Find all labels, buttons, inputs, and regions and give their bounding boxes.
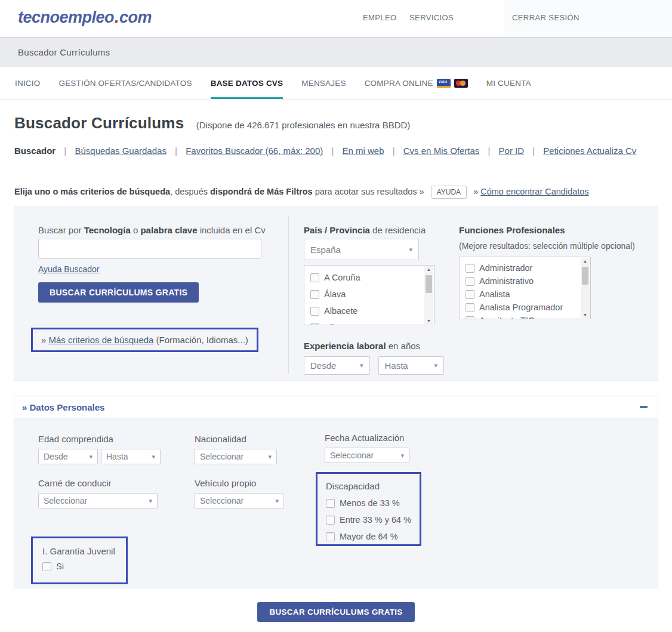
discapacidad-option[interactable]: Entre 33 % y 64 % <box>326 511 415 528</box>
checkbox-icon[interactable] <box>310 323 319 326</box>
edad-label: Edad comprendida <box>38 434 161 444</box>
chevron-right-icon: » <box>420 187 424 196</box>
breadcrumb-bar: Buscador Currículums <box>0 37 672 67</box>
chevron-down-icon <box>360 362 363 369</box>
keyword-input[interactable] <box>38 239 261 259</box>
function-option[interactable]: Administrativo <box>460 275 590 288</box>
visa-card-icon <box>437 79 451 88</box>
tab-mensajes[interactable]: MENSAJES <box>301 67 346 99</box>
scroll-thumb[interactable] <box>426 275 432 293</box>
checkbox-icon[interactable] <box>42 562 51 571</box>
function-option[interactable]: Arquitecto TIC <box>460 314 590 319</box>
ayuda-button[interactable]: AYUDA <box>431 186 467 199</box>
discapacidad-option[interactable]: Mayor de 64 % <box>326 528 415 545</box>
scrollbar[interactable] <box>424 266 433 324</box>
chevron-down-icon <box>149 497 152 505</box>
search-criteria-panel: Buscar por Tecnología o palabra clave in… <box>14 206 658 381</box>
subnav-por-id[interactable]: Por ID <box>499 146 525 156</box>
mas-criterios-link[interactable]: Más criterios de búsqueda <box>49 335 154 345</box>
discapacidad-option[interactable]: Menos de 33 % <box>326 495 415 511</box>
province-option[interactable]: Albacete <box>304 303 434 319</box>
site-logo[interactable]: tecnoempleo.com <box>18 8 152 27</box>
subnav-busquedas-guardadas[interactable]: Búsquedas Guardadas <box>75 146 166 156</box>
function-option[interactable]: Analista <box>460 288 590 301</box>
scroll-down-icon[interactable] <box>581 313 590 317</box>
checkbox-icon[interactable] <box>466 290 474 299</box>
country-select[interactable]: España <box>304 239 419 260</box>
datos-personales-header[interactable]: » Datos Personales <box>14 396 658 418</box>
function-option[interactable]: Administrador <box>460 261 590 275</box>
nacionalidad-group: Nacionalidad Seleccionar <box>195 434 277 464</box>
experience-from-select[interactable]: Desde <box>304 356 370 375</box>
header: tecnoempleo.com EMPLEO SERVICIOS CERRAR … <box>0 0 672 37</box>
edad-hasta-select[interactable]: Hasta <box>101 449 161 464</box>
logo-text: tecnoempleo <box>18 8 114 26</box>
checkbox-icon[interactable] <box>466 303 474 312</box>
experience-to-select[interactable]: Hasta <box>378 356 445 375</box>
checkbox-icon[interactable] <box>466 264 474 273</box>
scroll-up-icon[interactable] <box>424 267 433 272</box>
location-label: País / Provincia de residencia <box>304 225 444 235</box>
subnav: Buscador | Búsquedas Guardadas | Favorit… <box>14 146 658 156</box>
keyword-column: Buscar por Tecnología o palabra clave in… <box>14 207 289 380</box>
nav-empleo[interactable]: EMPLEO <box>363 13 397 22</box>
scrollbar[interactable] <box>581 258 590 318</box>
como-encontrar-candidatos-link[interactable]: Cómo encontrar Candidatos <box>480 187 588 196</box>
subnav-en-mi-web[interactable]: En mi web <box>343 146 384 156</box>
buscar-curriculums-button-bottom[interactable]: BUSCAR CURRÍCULUMS GRATIS <box>257 602 414 622</box>
checkbox-icon[interactable] <box>326 499 335 508</box>
checkbox-icon[interactable] <box>310 273 319 282</box>
subnav-peticiones-actualiza-cv[interactable]: Peticiones Actualiza Cv <box>543 146 636 156</box>
fecha-actualizacion-group: Fecha Actualización Seleccionar <box>325 433 409 463</box>
vehiculo-propio-select[interactable]: Seleccionar <box>195 493 284 508</box>
garantia-juvenil-option[interactable]: Si <box>42 559 121 574</box>
tab-compra-online[interactable]: COMPRA ONLINE <box>365 67 468 99</box>
checkbox-icon[interactable] <box>310 290 319 299</box>
functions-hint: (Mejore resultados: selección múltiple o… <box>459 241 658 251</box>
tab-gestion-ofertas-candidatos[interactable]: GESTIÓN OFERTAS/CANDIDATOS <box>58 67 192 99</box>
vehiculo-propio-group: Vehículo propio Seleccionar <box>195 478 284 508</box>
edad-desde-select[interactable]: Desde <box>38 449 98 464</box>
subnav-favoritos-buscador[interactable]: Favoritos Buscador (66, máx: 200) <box>186 146 323 156</box>
logo-tld: com <box>119 8 152 26</box>
scroll-up-icon[interactable] <box>581 259 590 263</box>
buscar-curriculums-button-top[interactable]: BUSCAR CURRÍCULUMS GRATIS <box>38 282 199 303</box>
province-option[interactable]: Alicante <box>304 319 434 325</box>
province-option[interactable]: A Coruña <box>304 269 434 286</box>
fecha-actualizacion-select[interactable]: Seleccionar <box>325 448 409 463</box>
function-option[interactable]: Analista Programador <box>460 301 590 314</box>
scroll-down-icon[interactable] <box>424 319 433 323</box>
checkbox-icon[interactable] <box>326 532 335 541</box>
carne-conducir-label: Carné de conducir <box>38 478 158 488</box>
main-tabs: INICIO GESTIÓN OFERTAS/CANDIDATOS BASE D… <box>0 67 672 100</box>
subnav-buscador: Buscador <box>14 146 56 156</box>
chevron-down-icon <box>89 453 93 461</box>
scroll-thumb[interactable] <box>582 267 588 285</box>
checkbox-icon[interactable] <box>310 307 319 316</box>
chevron-right-icon: » <box>473 187 478 196</box>
checkbox-icon[interactable] <box>326 516 335 525</box>
carne-conducir-select[interactable]: Seleccionar <box>38 493 158 508</box>
vehiculo-propio-label: Vehículo propio <box>195 478 284 488</box>
garantia-juvenil-highlight-box: I. Garantía Juvenil Si <box>31 537 128 584</box>
datos-personales-panel: » Datos Personales Edad comprendida Desd… <box>14 396 658 588</box>
nacionalidad-select[interactable]: Seleccionar <box>195 449 277 464</box>
collapse-minus-icon[interactable] <box>640 406 648 408</box>
subnav-cvs-en-mis-ofertas[interactable]: Cvs en Mis Ofertas <box>403 146 480 156</box>
tab-mi-cuenta[interactable]: MI CUENTA <box>486 67 531 99</box>
checkbox-icon[interactable] <box>466 316 474 320</box>
province-option[interactable]: Álava <box>304 286 434 303</box>
ayuda-buscador-link[interactable]: Ayuda Buscador <box>38 264 99 274</box>
nav-cerrar-sesion[interactable]: CERRAR SESIÓN <box>512 13 579 22</box>
checkbox-icon[interactable] <box>466 277 474 286</box>
garantia-juvenil-label: I. Garantía Juvenil <box>42 546 121 556</box>
nav-servicios[interactable]: SERVICIOS <box>409 13 454 22</box>
tab-base-datos-cvs[interactable]: BASE DATOS CVS <box>211 67 283 99</box>
tab-inicio[interactable]: INICIO <box>15 67 40 99</box>
datos-personales-title[interactable]: » Datos Personales <box>22 402 104 412</box>
chevron-down-icon <box>400 452 404 460</box>
breadcrumb: Buscador Currículums <box>18 47 110 57</box>
chevron-down-icon <box>152 453 155 461</box>
page-title-row: Buscador Currículums (Dispone de 426.671… <box>14 114 658 132</box>
province-listbox: A Coruña Álava Albacete Alicante <box>304 265 434 325</box>
